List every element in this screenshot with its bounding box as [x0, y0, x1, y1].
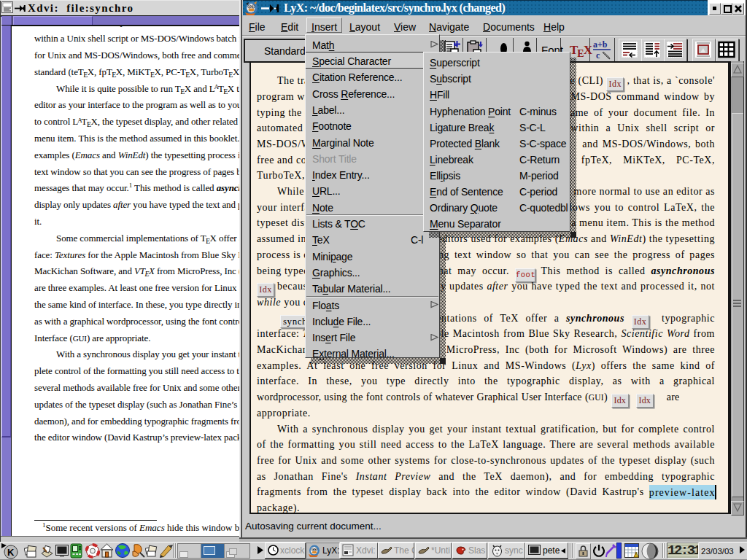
svg-text:K: K	[7, 547, 15, 558]
svg-text:c: c	[596, 50, 600, 60]
svg-text:a+b: a+b	[593, 39, 608, 50]
